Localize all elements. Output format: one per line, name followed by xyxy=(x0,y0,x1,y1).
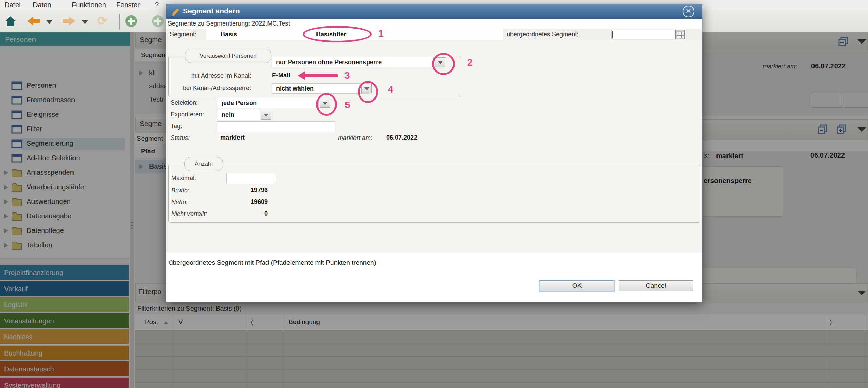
export-dropdown[interactable]: nein xyxy=(217,110,260,120)
tag-input[interactable] xyxy=(217,121,335,132)
band-projektfinanzierung[interactable]: Projektfinanzierung xyxy=(0,264,129,280)
marked-at-date: 06.07.2022 xyxy=(386,134,417,141)
menu-help[interactable]: ? xyxy=(155,1,159,9)
collapse-panel-icon[interactable] xyxy=(838,37,849,47)
person-filter-dropdown[interactable]: nur Personen ohne Personensperre xyxy=(272,57,434,67)
expand-caret-icon[interactable] xyxy=(4,228,8,233)
folder-icon xyxy=(11,226,22,236)
sidebar-item-segmentierung[interactable]: Segmentierung xyxy=(0,136,130,151)
block-label: bei Kanal-/Adresssperre: xyxy=(183,85,251,92)
panel-menu-icon[interactable] xyxy=(857,127,866,132)
sidebar-item-personen[interactable]: Personen xyxy=(0,78,130,93)
maximal-input[interactable] xyxy=(226,173,276,184)
bg-row-testr[interactable]: Testr xyxy=(149,95,164,103)
cancel-button[interactable]: Cancel xyxy=(619,280,693,291)
add-copy-icon[interactable] xyxy=(151,15,164,28)
sidebar-item-verarbeitungslaeufe[interactable]: Verarbeitungsläufe xyxy=(0,180,130,195)
bg-marked-label: markiert am: xyxy=(763,63,797,70)
collapse-panel-icon[interactable] xyxy=(818,124,828,135)
refresh-icon[interactable]: ⟳ xyxy=(97,14,107,28)
band-logistik[interactable]: Logistik xyxy=(0,296,129,312)
band-datenaustausch[interactable]: Datenaustausch xyxy=(0,361,129,376)
anzahl-legend[interactable]: Anzahl xyxy=(184,157,223,171)
sidebar-header[interactable]: Personen xyxy=(0,32,130,46)
panel-menu-icon[interactable] xyxy=(857,291,866,295)
band-verkauf[interactable]: Verkauf xyxy=(0,281,129,296)
sidebar-splitter[interactable] xyxy=(130,32,134,388)
sidebar-item-fremdadressen[interactable]: Fremdadressen xyxy=(0,93,130,107)
col-open-paren[interactable]: ( xyxy=(251,318,253,326)
expand-panel-icon[interactable] xyxy=(837,124,847,135)
bg-button[interactable] xyxy=(843,93,868,108)
selection-dropdown[interactable]: jede Person xyxy=(217,98,319,108)
col-close-paren[interactable]: ) xyxy=(830,318,832,326)
col-pos[interactable]: Pos. xyxy=(145,318,158,326)
expand-caret-icon[interactable] xyxy=(4,185,8,190)
annotation-number-3: 3 xyxy=(344,70,350,81)
sidebar-item-auswertungen[interactable]: Auswertungen xyxy=(0,195,130,209)
close-icon[interactable]: ✕ xyxy=(683,6,694,17)
bg-button[interactable] xyxy=(811,93,842,108)
back-dropdown-icon[interactable] xyxy=(46,20,53,24)
bg-row-sdds[interactable]: sddsa xyxy=(149,82,167,90)
marked-at-label: markiert am: xyxy=(338,134,372,142)
channel-label: mit Adresse im Kanal: xyxy=(191,72,251,79)
bg-row-kli[interactable]: kli xyxy=(149,69,156,77)
band-systemverwaltung[interactable]: Systemverwaltung xyxy=(0,377,129,388)
block-dropdown[interactable]: nicht wählen xyxy=(272,83,369,94)
col-v[interactable]: V xyxy=(178,318,183,326)
menu-fenster[interactable]: Fenster xyxy=(116,1,140,9)
sidebar-item-datenausgabe[interactable]: Datenausgabe xyxy=(0,209,130,224)
menu-funktionen[interactable]: Funktionen xyxy=(72,1,106,9)
table-picker-icon[interactable] xyxy=(675,29,685,40)
status-value: markiert xyxy=(220,134,245,141)
annotation-circle-4 xyxy=(358,81,378,103)
expand-caret-icon[interactable] xyxy=(4,214,8,219)
forward-dropdown-icon[interactable] xyxy=(81,20,88,24)
home-icon[interactable] xyxy=(4,15,16,27)
expand-caret-icon[interactable] xyxy=(139,70,143,75)
tag-label: Tag: xyxy=(170,123,182,130)
segment-aendern-dialog: Segment ändern ✕ Segmente zu Segmentieru… xyxy=(166,4,702,302)
band-veranstaltungen[interactable]: Veranstaltungen xyxy=(0,313,129,328)
forward-icon[interactable] xyxy=(62,15,76,27)
bg-status-date: 06.07.2022 xyxy=(810,151,845,159)
ok-button[interactable]: OK xyxy=(540,280,614,291)
annotation-arrow-3 xyxy=(304,74,338,77)
col-bedingung[interactable]: Bedingung xyxy=(289,318,320,326)
module-icon xyxy=(11,81,22,90)
expand-caret-icon[interactable] xyxy=(4,199,8,204)
annotation-arrow-head-3 xyxy=(298,71,305,80)
panel-menu-icon[interactable] xyxy=(857,39,866,44)
menu-daten[interactable]: Daten xyxy=(33,1,51,9)
dialog-title-bar[interactable]: Segment ändern xyxy=(166,4,702,19)
annotation-number-4: 4 xyxy=(388,84,393,95)
bg-status-value: markiert xyxy=(716,152,743,160)
sidebar-item-ereignisse[interactable]: Ereignisse xyxy=(0,107,130,122)
band-buchhaltung[interactable]: Buchhaltung xyxy=(0,345,129,360)
status-label: Status: xyxy=(170,134,190,142)
sidebar-item-anlassspenden[interactable]: Anlassspenden xyxy=(0,165,130,180)
sort-asc-icon[interactable] xyxy=(164,321,168,324)
folder-icon xyxy=(11,168,22,178)
export-label: Exportieren: xyxy=(170,111,204,118)
sidebar-item-adhoc-selektion[interactable]: Ad-Hoc Selektion xyxy=(0,151,130,165)
band-nachlass[interactable]: Nachlass xyxy=(0,329,129,344)
bg-status-fragment: s: xyxy=(704,152,709,159)
nicht-verteilt-label: Nicht verteilt: xyxy=(171,210,207,218)
sidebar-item-filter[interactable]: Filter xyxy=(0,122,130,136)
export-dropdown-button[interactable] xyxy=(261,110,271,120)
folder-icon xyxy=(11,197,22,207)
menu-datei[interactable]: Datei xyxy=(4,1,21,9)
back-icon[interactable] xyxy=(27,15,40,27)
expand-caret-icon[interactable] xyxy=(4,170,8,175)
add-icon[interactable] xyxy=(125,15,138,28)
bg-groupbox-2 xyxy=(676,268,857,283)
sidebar-item-tabellen[interactable]: Tabellen xyxy=(0,238,130,253)
expand-caret-icon[interactable] xyxy=(4,243,8,248)
module-icon xyxy=(11,154,22,163)
vorauswahl-legend[interactable]: Vorauswahl Personen xyxy=(185,49,271,63)
parent-segment-input[interactable] xyxy=(611,30,674,39)
channel-value: E-Mail xyxy=(272,72,290,79)
sidebar-item-datenpflege[interactable]: Datenpflege xyxy=(0,224,130,238)
